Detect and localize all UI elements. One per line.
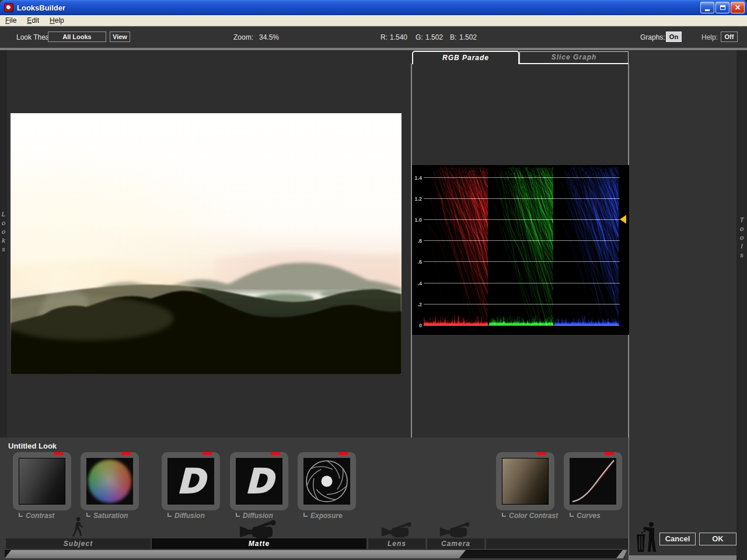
- tool-color-contrast[interactable]: [496, 452, 554, 510]
- ok-button[interactable]: OK: [699, 533, 736, 545]
- category-tab-blank: [486, 538, 628, 549]
- contrast-thumbnail: [19, 458, 65, 505]
- looks-drawer-rail[interactable]: L o o k s: [0, 50, 7, 438]
- diffusion-thumbnail: D: [167, 458, 214, 505]
- tool-saturation[interactable]: [81, 452, 139, 510]
- g-label: G:: [416, 33, 423, 41]
- help-toggle[interactable]: Off: [721, 32, 738, 42]
- category-tab-camera[interactable]: Camera: [427, 538, 484, 549]
- window-bottom-edge: [629, 555, 736, 560]
- menu-edit[interactable]: Edit: [22, 15, 44, 26]
- tool-label-saturation: Saturation: [86, 512, 128, 520]
- r-label: R:: [381, 33, 388, 41]
- zoom-label: Zoom:: [233, 33, 253, 41]
- graphs-label: Graphs:: [640, 33, 665, 41]
- tools-sidebar: Cancel OK: [629, 50, 736, 560]
- cancel-button[interactable]: Cancel: [659, 533, 696, 545]
- zoom-value: 34.5%: [259, 33, 279, 41]
- matte-camera-icon: [238, 519, 280, 539]
- tool-label-curves: Curves: [570, 512, 601, 520]
- toolbar: Look Theater: All Looks View Zoom: 34.5%…: [0, 26, 747, 48]
- label-connector: [19, 513, 23, 517]
- curve-graph-icon: [570, 458, 616, 505]
- tool-contrast[interactable]: [13, 452, 71, 510]
- graphs-toggle[interactable]: On: [666, 32, 682, 42]
- tool-diffusion-1[interactable]: D: [162, 452, 220, 510]
- b-value: 1.502: [459, 33, 477, 41]
- subject-person-icon: [70, 517, 85, 537]
- all-looks-dropdown[interactable]: All Looks: [48, 32, 106, 42]
- tools-rail-label: T o o l s: [736, 216, 747, 260]
- tool-diffusion-2[interactable]: D: [230, 452, 288, 510]
- b-label: B:: [450, 33, 456, 41]
- preview-image: [11, 113, 402, 374]
- title-bar: LooksBuilder ✕: [0, 0, 747, 15]
- menu-help[interactable]: Help: [44, 15, 69, 26]
- tool-exposure[interactable]: [298, 452, 356, 510]
- saturation-thumbnail: [86, 458, 133, 505]
- looksbuilder-window: LooksBuilder ✕ File Edit Help Look Theat…: [0, 0, 747, 560]
- close-button[interactable]: ✕: [731, 2, 745, 13]
- tool-label-contrast: Contrast: [19, 512, 54, 520]
- look-title: Untitled Look: [8, 442, 57, 450]
- menu-bar: File Edit Help: [0, 15, 747, 26]
- help-label: Help:: [701, 33, 718, 41]
- curves-thumbnail: [570, 458, 616, 505]
- minimize-button[interactable]: [700, 2, 714, 13]
- tool-label-diffusion-1: Diffusion: [167, 512, 205, 520]
- look-scrollbar-thumb[interactable]: [5, 550, 466, 558]
- color-contrast-thumbnail: [502, 458, 549, 505]
- g-value: 1.502: [425, 33, 443, 41]
- looks-rail-label: L o o k s: [0, 210, 7, 254]
- view-button[interactable]: View: [110, 32, 130, 42]
- aperture-icon: [303, 458, 350, 505]
- maximize-button[interactable]: [715, 2, 729, 13]
- tool-label-exposure: Exposure: [303, 512, 343, 520]
- category-tab-matte[interactable]: Matte: [152, 538, 366, 549]
- window-title: LooksBuilder: [17, 4, 65, 12]
- tab-rgb-parade[interactable]: RGB Parade: [412, 51, 519, 64]
- tool-label-color-contrast: Color Contrast: [502, 512, 558, 520]
- preview-panel: [7, 50, 411, 438]
- lens-camera-icon: [381, 522, 414, 538]
- tab-slice-graph[interactable]: Slice Graph: [519, 51, 629, 64]
- app-icon: [4, 3, 13, 12]
- tool-label-diffusion-2: Diffusion: [236, 512, 273, 520]
- menu-file[interactable]: File: [0, 15, 22, 26]
- category-tab-lens[interactable]: Lens: [368, 538, 425, 549]
- exposure-thumbnail: [303, 458, 350, 505]
- r-value: 1.540: [390, 33, 407, 41]
- look-panel: Untitled Look Contrast Saturation D Diff…: [0, 438, 629, 560]
- category-tab-subject[interactable]: Subject: [6, 538, 151, 549]
- trash-icon[interactable]: [635, 522, 658, 553]
- diffusion-thumbnail: D: [236, 458, 282, 505]
- rgb-parade-scope: [412, 165, 629, 335]
- tools-drawer-rail[interactable]: T o o l s: [736, 50, 747, 560]
- tool-curves[interactable]: [564, 452, 622, 510]
- camera-camera-icon: [439, 522, 473, 538]
